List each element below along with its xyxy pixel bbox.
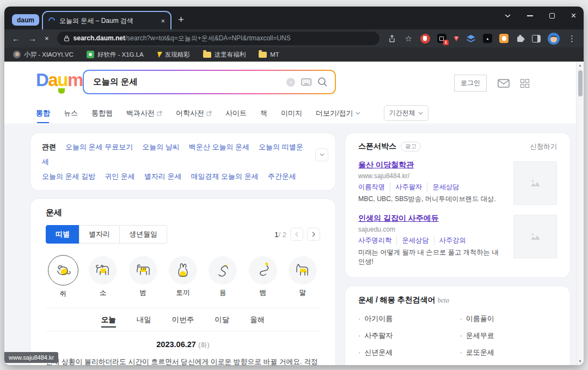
screenshot-extension-icon[interactable]: 1: [437, 34, 446, 43]
zodiac-ox[interactable]: 소: [85, 255, 120, 299]
health-extension-icon[interactable]: ♥?: [454, 34, 459, 43]
tab-birthdate[interactable]: 생년월일: [119, 225, 167, 244]
keyword-link[interactable]: ·아기이름: [358, 310, 456, 327]
related-link[interactable]: 매일경제 오늘의 운세: [191, 172, 258, 180]
ad-thumbnail[interactable]: [513, 161, 557, 205]
ad-sublink[interactable]: 운세상담: [396, 236, 428, 245]
keyboard-icon[interactable]: [301, 78, 311, 86]
daum-logo[interactable]: Daum: [36, 71, 83, 89]
tab-images[interactable]: 이미지: [281, 103, 302, 123]
address-bar[interactable]: search.daum.net/search?w=tot&q=오늘의+운세&DA…: [57, 32, 380, 45]
tab-more[interactable]: 더보기/접기: [316, 103, 360, 123]
ad-sublink[interactable]: 사주팔자: [390, 183, 422, 192]
tab-news[interactable]: 뉴스: [64, 103, 78, 123]
ad-thumbnail[interactable]: [513, 215, 557, 258]
zodiac-dragon[interactable]: 용: [205, 255, 240, 299]
search-input[interactable]: [93, 77, 280, 87]
stop-loading-button[interactable]: ×: [45, 35, 49, 42]
close-window-button[interactable]: ×: [571, 11, 576, 20]
search-icon[interactable]: [317, 77, 328, 87]
scroll-up-arrow[interactable]: ▲: [577, 64, 584, 67]
period-today[interactable]: 오늘: [101, 315, 116, 327]
bookmark-folder[interactable]: 这里有福利: [203, 51, 246, 59]
fox-extension-icon[interactable]: [499, 34, 509, 43]
ad-sublink[interactable]: 사주강의: [434, 236, 466, 245]
adblock-extension-icon[interactable]: [420, 34, 430, 44]
next-page-button[interactable]: [307, 228, 320, 241]
active-tab[interactable]: 오늘의 운세 – Daum 검색 ×: [42, 11, 171, 29]
keyword-link[interactable]: ·이름풀이: [460, 310, 558, 327]
zodiac-tiger[interactable]: 범: [126, 255, 161, 299]
tab-sites[interactable]: 사이트: [225, 103, 247, 123]
tab-encyclopedia[interactable]: 백과사전: [126, 103, 162, 123]
keyword-link[interactable]: ·사주: [460, 361, 558, 365]
mail-icon[interactable]: [498, 79, 510, 88]
forward-button[interactable]: →: [28, 34, 36, 43]
keyword-link[interactable]: ·사주팔자: [358, 327, 456, 344]
keyword-link[interactable]: ·운세무료: [460, 327, 558, 344]
bookmark-item[interactable]: 小羿 - XIAOYI.VC: [13, 51, 74, 59]
profile-avatar[interactable]: [548, 33, 560, 45]
back-button[interactable]: ←: [12, 34, 20, 43]
new-tab-button[interactable]: +: [178, 14, 184, 25]
period-year[interactable]: 올해: [250, 315, 265, 325]
bookmark-item[interactable]: 好软件 - X1G.LA: [87, 51, 144, 59]
period-week[interactable]: 이번주: [172, 315, 194, 325]
minimize-button[interactable]: [527, 15, 533, 16]
ad-sublink[interactable]: 이름작명: [358, 183, 385, 192]
bookmark-folder[interactable]: MT: [259, 51, 279, 58]
tab-web[interactable]: 통합웹: [91, 103, 113, 123]
ad-title-link[interactable]: 울산 이당철학관: [358, 160, 505, 170]
scroll-down-arrow[interactable]: ▼: [577, 360, 584, 363]
layers-extension-icon[interactable]: [466, 34, 476, 43]
period-tabs: 오늘 내일 이번주 이달 올해: [46, 308, 320, 331]
ad-sublink[interactable]: 운세상담: [427, 183, 459, 192]
page-scrollbar[interactable]: ▲ ▼: [576, 62, 584, 365]
zodiac-snake[interactable]: 뱀: [246, 255, 280, 299]
zodiac-horse[interactable]: 말: [285, 255, 320, 299]
related-link[interactable]: 별자리 운세: [144, 172, 182, 180]
keyword-link[interactable]: ·신년운세: [358, 344, 456, 361]
zodiac-rabbit[interactable]: 토끼: [166, 255, 200, 299]
related-link[interactable]: 오늘의 날씨: [142, 143, 180, 151]
tab-constellation[interactable]: 별자리: [79, 225, 120, 244]
bookmark-star-icon[interactable]: ☆: [405, 34, 412, 43]
maximize-button[interactable]: [549, 13, 555, 19]
tab-group-label[interactable]: daum: [12, 14, 39, 26]
zodiac-rat[interactable]: 쥐: [46, 255, 81, 299]
prev-page-button[interactable]: [290, 228, 303, 241]
related-expand-button[interactable]: [315, 148, 328, 161]
keyword-link[interactable]: ·점집: [358, 361, 456, 365]
chevron-left-icon: [295, 232, 298, 237]
period-month[interactable]: 이달: [215, 315, 229, 325]
login-button[interactable]: 로그인: [454, 75, 487, 92]
apps-grid-icon[interactable]: [520, 79, 529, 88]
side-panel-icon[interactable]: [532, 35, 541, 43]
clear-search-icon[interactable]: ×: [286, 78, 295, 87]
related-link[interactable]: 오늘의 운세 길방: [42, 172, 95, 180]
ad-sublink[interactable]: 사주명리학: [358, 236, 391, 245]
scrollbar-thumb[interactable]: [578, 70, 583, 96]
media-extension-icon[interactable]: ▲: [483, 34, 492, 43]
period-filter-button[interactable]: 기간전체: [384, 105, 428, 121]
share-icon[interactable]: [388, 34, 396, 43]
browser-menu-icon[interactable]: ⋮: [568, 34, 576, 43]
logo-letter: u: [57, 70, 68, 90]
tab-books[interactable]: 책: [260, 103, 267, 123]
window-chevron-icon[interactable]: [505, 14, 511, 17]
tab-dictionary[interactable]: 어학사전: [176, 103, 212, 123]
related-link[interactable]: 오늘의 운세 무료보기: [65, 143, 133, 151]
chevron-down-icon: [320, 153, 324, 156]
ad-title-link[interactable]: 인생의 길잡이 사주에듀: [358, 214, 505, 223]
related-link[interactable]: 귀인 운세: [105, 172, 135, 180]
tab-zodiac-animal[interactable]: 띠별: [46, 225, 79, 244]
bookmark-item[interactable]: 发现精彩: [157, 51, 190, 59]
tab-integrated[interactable]: 통합: [36, 103, 50, 123]
tab-close-icon[interactable]: ×: [161, 17, 165, 25]
keyword-link[interactable]: ·로또운세: [460, 344, 558, 361]
related-link[interactable]: 주간운세: [268, 172, 296, 180]
puzzle-extensions-icon[interactable]: [516, 34, 525, 43]
period-tomorrow[interactable]: 내일: [137, 315, 151, 325]
sponsor-apply-link[interactable]: 신청하기: [530, 142, 557, 151]
related-link[interactable]: 백운산 오늘의 운세: [189, 143, 249, 151]
